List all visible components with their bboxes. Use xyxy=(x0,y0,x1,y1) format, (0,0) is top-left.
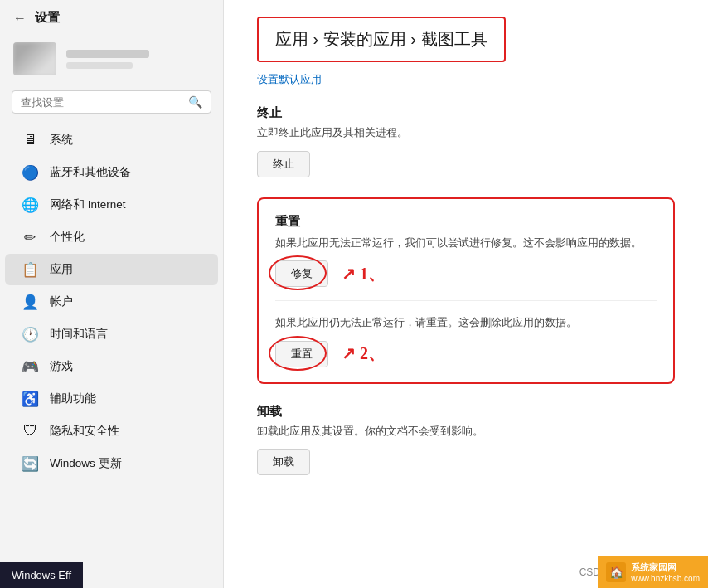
sidebar-item-accessibility[interactable]: ♿ 辅助功能 xyxy=(5,383,218,415)
sidebar-label-personalization: 个性化 xyxy=(50,230,85,245)
main-content: 应用 › 安装的应用 › 截图工具 设置默认应用 终止 立即终止此应用及其相关进… xyxy=(224,0,708,588)
reset-button[interactable]: 重置 xyxy=(275,341,328,367)
uninstall-title: 卸载 xyxy=(257,404,675,420)
repair-button-wrapper: 修复 xyxy=(275,260,328,287)
reset-button-wrapper: 重置 xyxy=(275,341,328,367)
reset-desc: 如果此应用仍无法正常运行，请重置。这会删除此应用的数据。 xyxy=(275,314,657,331)
sidebar-item-windows-update[interactable]: 🔄 Windows 更新 xyxy=(5,448,218,479)
sidebar-label-network: 网络和 Internet xyxy=(50,197,126,212)
sidebar-label-windows-update: Windows 更新 xyxy=(50,456,122,471)
repair-desc: 如果此应用无法正常运行，我们可以尝试进行修复。这不会影响应用的数据。 xyxy=(275,235,657,251)
sidebar-label-gaming: 游戏 xyxy=(50,359,73,374)
privacy-icon: 🛡 xyxy=(22,423,38,440)
search-box[interactable]: 🔍 xyxy=(12,90,211,114)
uninstall-section: 卸载 卸载此应用及其设置。你的文档不会受到影响。 卸载 xyxy=(257,404,675,476)
uninstall-desc: 卸载此应用及其设置。你的文档不会受到影响。 xyxy=(257,423,675,440)
sidebar-label-privacy: 隐私和安全性 xyxy=(50,424,119,439)
breadcrumb: 应用 › 安装的应用 › 截图工具 xyxy=(275,30,487,48)
watermark-site-name: 系统家园网 xyxy=(631,561,700,574)
avatar xyxy=(13,42,56,75)
sidebar-label-bluetooth: 蓝牙和其他设备 xyxy=(50,165,131,180)
uninstall-button[interactable]: 卸载 xyxy=(257,449,310,475)
terminate-title: 终止 xyxy=(257,105,675,121)
watermark-site-url: www.hnzkhsb.com xyxy=(631,574,700,583)
sidebar-item-accounts[interactable]: 👤 帐户 xyxy=(5,286,218,318)
sidebar-item-privacy[interactable]: 🛡 隐私和安全性 xyxy=(5,415,218,447)
personalization-icon: ✏ xyxy=(22,229,38,245)
reset-box: 重置 如果此应用无法正常运行，我们可以尝试进行修复。这不会影响应用的数据。 修复… xyxy=(257,197,675,384)
sidebar-label-accounts: 帐户 xyxy=(50,294,73,309)
repair-row: 修复 ↗ 1、 xyxy=(275,260,657,287)
repair-button[interactable]: 修复 xyxy=(275,260,328,287)
windows-update-icon: 🔄 xyxy=(22,455,38,472)
user-sub-placeholder xyxy=(66,62,133,69)
sidebar-item-personalization[interactable]: ✏ 个性化 xyxy=(5,221,218,253)
reset-row: 重置 ↗ 2、 xyxy=(275,341,657,367)
sidebar-label-accessibility: 辅助功能 xyxy=(50,391,96,406)
reset-subsection: 如果此应用仍无法正常运行，请重置。这会删除此应用的数据。 重置 ↗ 2、 xyxy=(275,300,657,367)
search-input[interactable] xyxy=(21,96,182,109)
reset-section-title: 重置 xyxy=(275,214,657,230)
sidebar: ← 设置 🔍 🖥 系统 🔵 蓝牙和其他设备 🌐 网络和 Internet ✏ 个… xyxy=(0,0,224,588)
breadcrumb-box: 应用 › 安装的应用 › 截图工具 xyxy=(257,17,506,62)
sidebar-item-bluetooth[interactable]: 🔵 蓝牙和其他设备 xyxy=(5,157,218,188)
sidebar-title: 设置 xyxy=(35,10,60,26)
watermark-icon: 🏠 xyxy=(606,562,626,582)
sidebar-item-network[interactable]: 🌐 网络和 Internet xyxy=(5,189,218,221)
user-area xyxy=(0,36,223,85)
sidebar-item-gaming[interactable]: 🎮 游戏 xyxy=(5,351,218,382)
user-name-placeholder xyxy=(66,50,149,58)
apps-icon: 📋 xyxy=(22,261,38,278)
sidebar-item-apps[interactable]: 📋 应用 xyxy=(5,254,218,285)
accounts-icon: 👤 xyxy=(22,294,38,310)
sidebar-header: ← 设置 xyxy=(0,0,223,36)
back-button[interactable]: ← xyxy=(13,11,27,26)
network-icon: 🌐 xyxy=(22,197,38,213)
watermark-text: 系统家园网 www.hnzkhsb.com xyxy=(631,561,700,583)
sidebar-item-system[interactable]: 🖥 系统 xyxy=(5,124,218,156)
repair-arrow-annotation: ↗ 1、 xyxy=(342,263,385,285)
user-info xyxy=(66,50,210,69)
terminate-button[interactable]: 终止 xyxy=(257,151,310,177)
csd-label: CSD xyxy=(579,566,600,578)
reset-arrow-annotation: ↗ 2、 xyxy=(342,343,385,365)
windows-eff-label: Windows Eff xyxy=(0,562,83,588)
search-icon: 🔍 xyxy=(188,95,202,109)
system-icon: 🖥 xyxy=(22,132,38,148)
watermark: 🏠 系统家园网 www.hnzkhsb.com xyxy=(598,556,708,588)
bluetooth-icon: 🔵 xyxy=(22,164,38,181)
repair-subsection: 如果此应用无法正常运行，我们可以尝试进行修复。这不会影响应用的数据。 修复 ↗ … xyxy=(275,235,657,288)
set-default-link[interactable]: 设置默认应用 xyxy=(257,72,675,87)
terminate-desc: 立即终止此应用及其相关进程。 xyxy=(257,124,675,141)
sidebar-label-time: 时间和语言 xyxy=(50,327,108,342)
time-icon: 🕐 xyxy=(22,326,38,343)
gaming-icon: 🎮 xyxy=(22,358,38,375)
terminate-section: 终止 立即终止此应用及其相关进程。 终止 xyxy=(257,105,675,177)
accessibility-icon: ♿ xyxy=(22,391,38,407)
sidebar-label-system: 系统 xyxy=(50,133,73,148)
sidebar-nav: 🖥 系统 🔵 蓝牙和其他设备 🌐 网络和 Internet ✏ 个性化 📋 应用… xyxy=(0,122,223,588)
sidebar-label-apps: 应用 xyxy=(50,262,73,277)
sidebar-item-time[interactable]: 🕐 时间和语言 xyxy=(5,318,218,350)
